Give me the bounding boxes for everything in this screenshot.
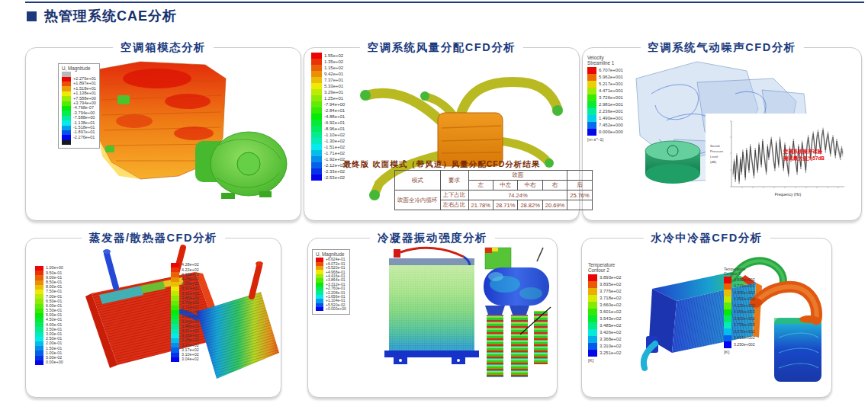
th-right: 右 bbox=[542, 181, 567, 190]
legend-row: 2.236e+001 bbox=[587, 108, 623, 115]
cell-req-1: 上下占比 bbox=[440, 190, 468, 200]
legend-row: 3.251e+02 bbox=[588, 350, 622, 357]
colorbar-legend-radiator: 4.28e+024.22e+024.16e+024.09e+024.03e+02… bbox=[171, 263, 199, 362]
legend-row: 3.485e+02 bbox=[588, 322, 622, 329]
cell-v3: 28.82% bbox=[518, 200, 542, 210]
legend-row: -1.71e+02 bbox=[311, 150, 345, 156]
legend-row: +0.000e+00 bbox=[316, 307, 346, 311]
cell-rear-2 bbox=[567, 200, 592, 210]
legend-row: 3.576e+002 bbox=[724, 328, 755, 335]
noise-cfd-render: Sound Pressure Level (dB) Frequency (Hz)… bbox=[583, 48, 861, 220]
colorbar-legend-u-magnitude: U, Magnitude +2.276e+01+1.897e+01+1.518e… bbox=[58, 63, 100, 149]
legend-row: 7.452e+000 bbox=[587, 122, 623, 129]
legend-row: 3.726e+001 bbox=[587, 94, 623, 101]
legend-row: 1.15e+02 bbox=[311, 65, 345, 71]
square-bullet-icon bbox=[27, 11, 37, 21]
legend-row: -2.84e+01 bbox=[311, 107, 345, 114]
legend-row: 3.543e+02 bbox=[588, 315, 622, 322]
red-radiator-shape bbox=[85, 248, 227, 368]
legend-row: 3.310e+02 bbox=[588, 343, 622, 350]
colorbar-legend-intercooler-left: Temperature Contour 2 3.893e+023.835e+02… bbox=[588, 263, 622, 363]
legend-row: -6.92e+01 bbox=[311, 120, 345, 126]
panel-intercooler-cfd: 水冷中冷器CFD分析 Temperature Contour 2 3.893e+… bbox=[581, 238, 832, 398]
th-req: 要求 bbox=[440, 171, 468, 190]
legend-row: -1.10e+02 bbox=[311, 132, 345, 138]
fin-stacks-shape bbox=[485, 306, 548, 377]
radiators-render bbox=[26, 239, 281, 397]
legend-row: 1.35e+02 bbox=[311, 59, 345, 65]
legend-row: -2.53e+02 bbox=[311, 174, 345, 181]
legend-row: 3.04e+02 bbox=[171, 357, 199, 362]
legend-row: 1.25e+01 bbox=[311, 95, 345, 101]
legend-row: 3.601e+02 bbox=[588, 309, 622, 315]
cell-merged: 74.24% bbox=[468, 190, 567, 200]
legend-row: 3.426e+02 bbox=[588, 329, 622, 336]
legend-row: -1.30e+02 bbox=[311, 138, 345, 144]
water-cooler-unit-shape bbox=[750, 287, 821, 382]
manifold-detail-shape bbox=[484, 248, 551, 377]
legend-row bbox=[62, 140, 96, 145]
colorbar-legend-velocity: Velocity Streamline 1 6.707e+0015.962e+0… bbox=[587, 56, 623, 142]
legend-row: 4.229e+002 bbox=[724, 303, 755, 309]
airflow-result-table: 模式 要求 吹面 左 中左 中右 右 后 吹面全冷内循环 上下占比 74.24%… bbox=[394, 170, 593, 210]
colorbar-legend-condenser: U, Magnitude +6.624e-01+6.072e-01+5.520e… bbox=[312, 249, 350, 315]
panel-airflow-cfd: 空调系统风量分配CFD分析 1.55e+021.35e+021.15e+029.… bbox=[304, 47, 580, 221]
legend-row: 3.893e+02 bbox=[588, 274, 622, 281]
cell-rear-1: 25.76% bbox=[567, 190, 592, 200]
legend-row: 3.718e+02 bbox=[588, 295, 622, 302]
top-divider bbox=[25, 2, 864, 3]
legend-row: 1.55e+02 bbox=[311, 53, 345, 59]
cell-req-2: 左右占比 bbox=[440, 200, 468, 210]
legend-row: 1.490e+001 bbox=[587, 115, 623, 122]
blower-cylinder-shape bbox=[645, 141, 700, 184]
svg-text:Pressure: Pressure bbox=[710, 149, 724, 153]
cell-mode: 吹面全冷内循环 bbox=[395, 190, 441, 210]
colorbar-legend-intercooler-right: Temperature Contour 2 4.882e+0024.719e+0… bbox=[724, 267, 755, 354]
legend-row: 4.066e+002 bbox=[724, 309, 755, 316]
legend-row: 5.217e+001 bbox=[587, 81, 623, 88]
th-midright: 中右 bbox=[518, 181, 542, 190]
th-rear: 后 bbox=[567, 181, 592, 190]
cell-v4: 20.69% bbox=[542, 200, 567, 210]
legend-row: 4.471e+001 bbox=[587, 88, 623, 94]
legend-row: 6.707e+001 bbox=[587, 67, 623, 74]
legend-row: 3.368e+02 bbox=[588, 336, 622, 343]
legend-row: 2.981e+001 bbox=[587, 101, 623, 108]
legend-row: 3.903e+002 bbox=[724, 315, 755, 322]
page-header: 热管理系统CAE分析 bbox=[27, 7, 177, 25]
legend-row: -4.88e+01 bbox=[311, 114, 345, 120]
panel-noise-cfd: 空调系统气动噪声CFD分析 Velocity Streamline 1 6.70… bbox=[582, 47, 862, 221]
panel-hvac-modal: 空调箱模态分析 U, Magnitude +2.276e+01+1.897e+0… bbox=[25, 47, 301, 221]
legend-row: 4.882e+002 bbox=[724, 277, 755, 283]
legend-row: 3.413e+002 bbox=[724, 335, 755, 342]
intercooler-brick-shape bbox=[644, 261, 787, 368]
blower-housing-shape bbox=[195, 132, 287, 199]
cell-v1: 21.78% bbox=[468, 200, 493, 210]
noise-annotation-line1: 空调系统噪声试验 bbox=[783, 149, 823, 155]
legend-row: 3.739e+002 bbox=[724, 322, 755, 329]
noise-spectrum-chart: Sound Pressure Level (dB) Frequency (Hz)… bbox=[706, 114, 855, 208]
legend-row: 9.42e+01 bbox=[311, 71, 345, 77]
legend-row: 3.660e+02 bbox=[588, 302, 622, 309]
legend-row: 0.00e+00 bbox=[35, 360, 63, 365]
svg-text:Sound: Sound bbox=[710, 144, 720, 148]
legend-row: 3.250e+002 bbox=[724, 341, 755, 348]
th-left: 左 bbox=[468, 181, 493, 190]
svg-text:Level: Level bbox=[710, 155, 718, 158]
panel-condenser-vibration: 冷凝器振动强度分析 U, Magnitude +6.624e-01+6.072e… bbox=[307, 238, 558, 398]
legend-row: 0.000e+000 bbox=[587, 129, 623, 136]
legend-row: -7.94e+00 bbox=[311, 101, 345, 107]
panel-evaporator-cfd: 蒸发器/散热器CFD分析 1.00e+009.50e-019.00e-018.5… bbox=[25, 238, 281, 398]
legend-row: 4.392e+002 bbox=[724, 296, 755, 303]
legend-row: -1.51e+02 bbox=[311, 144, 345, 150]
svg-text:(dB): (dB) bbox=[710, 160, 717, 164]
th-blank bbox=[567, 171, 592, 181]
legend-row: 4.719e+002 bbox=[724, 283, 755, 290]
colorbar-legend-evaporator: 1.00e+009.50e-019.00e-018.50e-018.00e-01… bbox=[35, 266, 63, 365]
chart-xlabel: Frequency (Hz) bbox=[775, 192, 802, 197]
legend-row: 5.33e+01 bbox=[311, 83, 345, 89]
legend-row: -8.96e+01 bbox=[311, 126, 345, 132]
legend-row: 7.37e+01 bbox=[311, 77, 345, 83]
condenser-front-shape bbox=[384, 248, 479, 364]
legend-row: 5.962e+001 bbox=[587, 74, 623, 81]
